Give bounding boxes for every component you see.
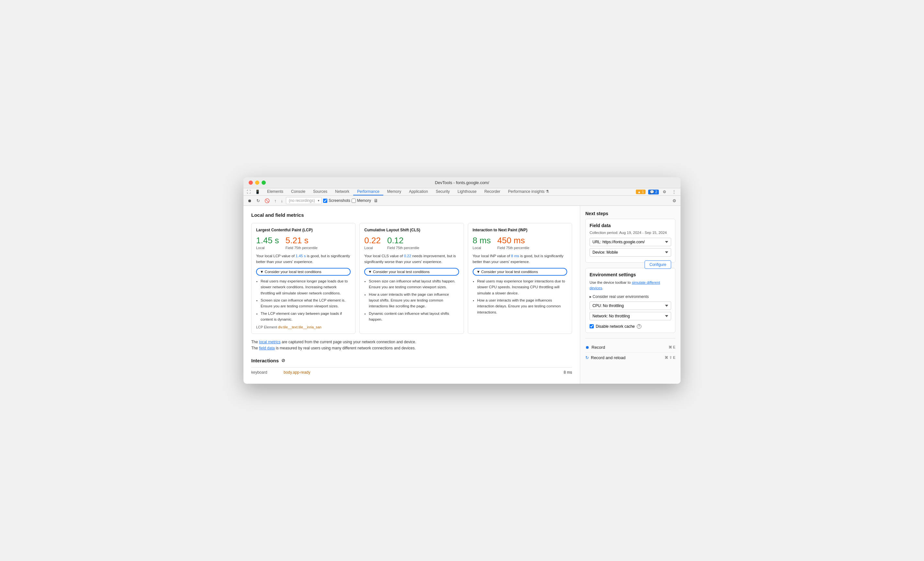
tab-elements[interactable]: Elements (263, 188, 287, 195)
lcp-field-value: 5.21 s (285, 235, 318, 245)
tab-lighthouse[interactable]: Lighthouse (454, 188, 480, 195)
refresh-button[interactable]: ↻ (255, 197, 262, 204)
tab-network[interactable]: Network (331, 188, 353, 195)
collection-period: Collection period: Aug 19, 2024 - Sep 15… (590, 231, 671, 235)
tab-application[interactable]: Application (405, 188, 432, 195)
clear-button[interactable]: 🚫 (263, 197, 271, 204)
lcp-card: Largest Contentful Paint (LCP) 1.45 s Lo… (251, 223, 356, 334)
lcp-local-label: Local (256, 245, 279, 250)
disable-cache-row: Disable network cache ? (590, 324, 671, 329)
more-icon[interactable]: ⋮ (670, 188, 678, 195)
lcp-local-group: 1.45 s Local (256, 235, 279, 250)
lcp-title: Largest Contentful Paint (LCP) (256, 228, 351, 232)
upload-button[interactable]: ↑ (273, 197, 278, 204)
cpu-select[interactable]: CPU: No throttling (590, 302, 671, 310)
field-data-title: Field data (590, 223, 671, 228)
cls-field-group: 0.12 Field 75th percentile (387, 235, 419, 250)
cls-values: 0.22 Local 0.12 Field 75th percentile (364, 235, 459, 250)
record-row: ⏺ Record ⌘ E (585, 342, 675, 353)
tab-performance[interactable]: Performance (353, 188, 383, 195)
inp-field-group: 450 ms Field 75th percentile (497, 235, 530, 250)
title-bar: DevTools - fonts.google.com/ (243, 177, 681, 188)
screenshots-checkbox[interactable] (323, 199, 327, 203)
maximize-button[interactable] (262, 181, 266, 185)
download-button[interactable]: ↓ (279, 197, 285, 204)
cls-description: Your local CLS value of 0.22 needs impro… (364, 253, 459, 265)
record-reload-label[interactable]: Record and reload (591, 355, 626, 360)
interaction-time: 8 ms (564, 370, 572, 375)
local-metrics-link[interactable]: local metrics (259, 340, 281, 344)
inp-local-value: 8 ms (472, 235, 491, 245)
tab-right-icons: ▲ 1 💬 2 ⚙ ⋮ (633, 188, 681, 195)
interaction-selector[interactable]: body.app-ready (284, 370, 310, 375)
minimize-button[interactable] (255, 181, 260, 185)
cls-link[interactable]: 0.22 (404, 254, 411, 258)
record-section: ⏺ Record ⌘ E ↻ Record and reload ⌘ ⇧ E (585, 338, 675, 363)
inp-local-label: Local (472, 245, 491, 250)
tab-recorder[interactable]: Recorder (480, 188, 504, 195)
lcp-consider-button[interactable]: ▼ Consider your local test conditions (256, 268, 351, 276)
cpu-icon: 🖥 (374, 198, 378, 203)
cls-local-value: 0.22 (364, 235, 381, 245)
left-panel: Local and field metrics Largest Contentf… (243, 206, 580, 384)
cursor-icon[interactable]: ⛶ (245, 188, 252, 195)
record-shortcut: ⌘ E (669, 345, 675, 349)
memory-checkbox[interactable] (352, 199, 356, 203)
inp-description: Your local INP value of 8 ms is good, bu… (472, 253, 567, 265)
configure-button[interactable]: Configure (645, 260, 671, 269)
performance-toolbar: ⏺ ↻ 🚫 ↑ ↓ (no recordings) Screenshots Me… (243, 196, 681, 206)
record-start-button[interactable]: ⏺ (246, 197, 254, 204)
interaction-type: keyboard (251, 370, 284, 375)
lcp-bullet-2: Screen size can influence what the LCP e… (261, 297, 351, 309)
window-title: DevTools - fonts.google.com/ (435, 180, 489, 185)
cls-local-label: Local (364, 245, 381, 250)
field-data-box: Field data Collection period: Aug 19, 20… (585, 219, 675, 263)
info-badge[interactable]: 💬 2 (648, 190, 659, 194)
interactions-icon: ⊘ (281, 358, 285, 363)
help-icon[interactable]: ? (637, 324, 641, 329)
tab-sources[interactable]: Sources (309, 188, 331, 195)
lcp-values: 1.45 s Local 5.21 s Field 75th percentil… (256, 235, 351, 250)
alerts-badge[interactable]: ▲ 1 (636, 190, 646, 194)
close-button[interactable] (249, 181, 253, 185)
section-title: Local and field metrics (251, 212, 572, 218)
inp-bullets: Real users may experience longer interac… (472, 278, 567, 315)
disable-cache-checkbox[interactable] (590, 324, 594, 328)
cls-bullet-2: How a user interacts with the page can i… (369, 292, 459, 309)
settings-icon[interactable]: ⚙ (661, 188, 668, 195)
record-reload-row: ↻ Record and reload ⌘ ⇧ E (585, 353, 675, 363)
inp-bullet-1: Real users may experience longer interac… (477, 278, 567, 296)
memory-checkbox-label[interactable]: Memory (352, 198, 371, 203)
device-icon[interactable]: 📱 (253, 188, 262, 195)
lcp-field-group: 5.21 s Field 75th percentile (285, 235, 318, 250)
interactions-row: keyboard body.app-ready 8 ms (251, 367, 572, 377)
tab-console[interactable]: Console (287, 188, 309, 195)
inp-values: 8 ms Local 450 ms Field 75th percentile (472, 235, 567, 250)
recording-select[interactable]: (no recordings) (286, 197, 322, 204)
tab-security[interactable]: Security (432, 188, 454, 195)
consider-real-button[interactable]: ▸ Consider real user environments (590, 295, 671, 299)
inp-link[interactable]: 8 ms (511, 254, 519, 258)
cls-field-label: Field 75th percentile (387, 245, 419, 250)
tab-performance-insights[interactable]: Performance insights ⚗ (504, 188, 553, 195)
window-controls (249, 181, 266, 185)
inp-consider-button[interactable]: ▼ Consider your local test conditions (472, 268, 567, 276)
lcp-local-value: 1.45 s (256, 235, 279, 245)
lcp-link[interactable]: 1.45 s (296, 254, 306, 258)
right-panel: Next steps Field data Collection period:… (580, 206, 681, 384)
screenshots-checkbox-label[interactable]: Screenshots (323, 198, 350, 203)
recording-select-wrapper: (no recordings) (286, 197, 322, 204)
lcp-element-value[interactable]: div.tile__text.tile__inria_san (278, 325, 321, 329)
toolbar-settings-icon[interactable]: ⚙ (671, 197, 678, 204)
inp-field-label: Field 75th percentile (497, 245, 530, 250)
cls-consider-button[interactable]: ▼ Consider your local test conditions (364, 268, 459, 276)
record-label[interactable]: Record (591, 345, 605, 350)
network-select[interactable]: Network: No throttling (590, 312, 671, 320)
url-select[interactable]: URL: https://fonts.google.com/ (590, 238, 671, 246)
lcp-bullets: Real users may experience longer page lo… (256, 278, 351, 323)
device-select[interactable]: Device: Mobile (590, 248, 671, 257)
lcp-description: Your local LCP value of 1.45 s is good, … (256, 253, 351, 265)
cls-bullet-3: Dynamic content can influence what layou… (369, 311, 459, 323)
field-data-link[interactable]: field data (259, 346, 275, 350)
tab-memory[interactable]: Memory (383, 188, 405, 195)
